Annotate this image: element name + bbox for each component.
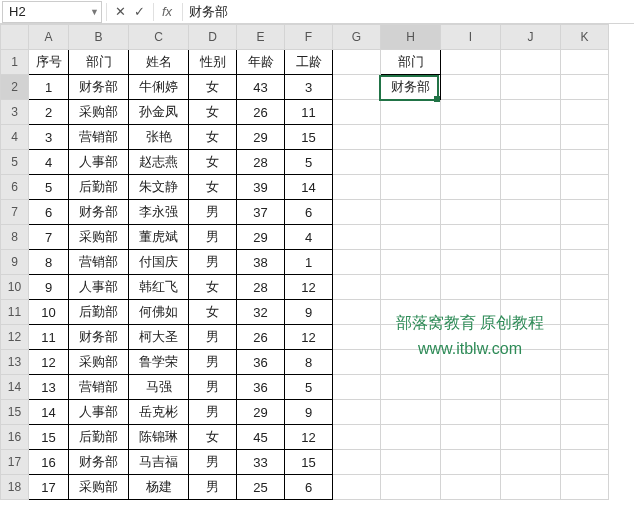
- cell-H3[interactable]: [381, 100, 441, 125]
- cell-B6[interactable]: 后勤部: [69, 175, 129, 200]
- cell-K8[interactable]: [561, 225, 609, 250]
- cell-C14[interactable]: 马强: [129, 375, 189, 400]
- cell-G9[interactable]: [333, 250, 381, 275]
- cell-K17[interactable]: [561, 450, 609, 475]
- cell-H18[interactable]: [381, 475, 441, 500]
- cell-K6[interactable]: [561, 175, 609, 200]
- row-header-7[interactable]: 7: [1, 200, 29, 225]
- cell-I1[interactable]: [441, 50, 501, 75]
- cell-A17[interactable]: 16: [29, 450, 69, 475]
- cell-H7[interactable]: [381, 200, 441, 225]
- cell-B2[interactable]: 财务部: [69, 75, 129, 100]
- col-header-K[interactable]: K: [561, 25, 609, 50]
- cell-G17[interactable]: [333, 450, 381, 475]
- cell-G15[interactable]: [333, 400, 381, 425]
- cell-J4[interactable]: [501, 125, 561, 150]
- cell-H6[interactable]: [381, 175, 441, 200]
- cell-F9[interactable]: 1: [285, 250, 333, 275]
- col-header-A[interactable]: A: [29, 25, 69, 50]
- cell-I6[interactable]: [441, 175, 501, 200]
- row-header-18[interactable]: 18: [1, 475, 29, 500]
- cell-A11[interactable]: 10: [29, 300, 69, 325]
- cell-D1[interactable]: 性别: [189, 50, 237, 75]
- cell-C3[interactable]: 孙金凤: [129, 100, 189, 125]
- cell-J7[interactable]: [501, 200, 561, 225]
- cell-K18[interactable]: [561, 475, 609, 500]
- cell-J14[interactable]: [501, 375, 561, 400]
- cell-D12[interactable]: 男: [189, 325, 237, 350]
- cell-H15[interactable]: [381, 400, 441, 425]
- col-header-D[interactable]: D: [189, 25, 237, 50]
- cell-F18[interactable]: 6: [285, 475, 333, 500]
- cell-H10[interactable]: [381, 275, 441, 300]
- cell-B8[interactable]: 采购部: [69, 225, 129, 250]
- row-header-15[interactable]: 15: [1, 400, 29, 425]
- row-header-6[interactable]: 6: [1, 175, 29, 200]
- cell-F5[interactable]: 5: [285, 150, 333, 175]
- cell-B4[interactable]: 营销部: [69, 125, 129, 150]
- cell-F2[interactable]: 3: [285, 75, 333, 100]
- cell-K2[interactable]: [561, 75, 609, 100]
- cell-D17[interactable]: 男: [189, 450, 237, 475]
- cell-I9[interactable]: [441, 250, 501, 275]
- cell-A3[interactable]: 2: [29, 100, 69, 125]
- row-header-8[interactable]: 8: [1, 225, 29, 250]
- cell-E14[interactable]: 36: [237, 375, 285, 400]
- spreadsheet-grid[interactable]: ABCDEFGHIJK1序号部门姓名性别年龄工龄部门21财务部牛俐婷女433财务…: [0, 24, 634, 500]
- cell-A15[interactable]: 14: [29, 400, 69, 425]
- cell-F11[interactable]: 9: [285, 300, 333, 325]
- cell-E8[interactable]: 29: [237, 225, 285, 250]
- cell-D5[interactable]: 女: [189, 150, 237, 175]
- cell-D16[interactable]: 女: [189, 425, 237, 450]
- formula-value[interactable]: 财务部: [185, 3, 634, 21]
- cell-B13[interactable]: 采购部: [69, 350, 129, 375]
- row-header-5[interactable]: 5: [1, 150, 29, 175]
- cell-G5[interactable]: [333, 150, 381, 175]
- cell-F8[interactable]: 4: [285, 225, 333, 250]
- row-header-11[interactable]: 11: [1, 300, 29, 325]
- cell-G18[interactable]: [333, 475, 381, 500]
- cell-D3[interactable]: 女: [189, 100, 237, 125]
- cell-E10[interactable]: 28: [237, 275, 285, 300]
- row-header-2[interactable]: 2: [1, 75, 29, 100]
- cell-J17[interactable]: [501, 450, 561, 475]
- cell-C5[interactable]: 赵志燕: [129, 150, 189, 175]
- cell-G4[interactable]: [333, 125, 381, 150]
- fx-icon[interactable]: fx: [162, 4, 172, 19]
- cell-F13[interactable]: 8: [285, 350, 333, 375]
- cell-E3[interactable]: 26: [237, 100, 285, 125]
- cell-H2[interactable]: 财务部: [381, 75, 441, 100]
- cell-H4[interactable]: [381, 125, 441, 150]
- cell-G7[interactable]: [333, 200, 381, 225]
- cell-H8[interactable]: [381, 225, 441, 250]
- cell-I4[interactable]: [441, 125, 501, 150]
- cell-H5[interactable]: [381, 150, 441, 175]
- cell-D18[interactable]: 男: [189, 475, 237, 500]
- cell-J18[interactable]: [501, 475, 561, 500]
- cell-F6[interactable]: 14: [285, 175, 333, 200]
- cell-B15[interactable]: 人事部: [69, 400, 129, 425]
- chevron-down-icon[interactable]: ▼: [90, 7, 99, 17]
- cell-C10[interactable]: 韩红飞: [129, 275, 189, 300]
- cell-D13[interactable]: 男: [189, 350, 237, 375]
- enter-icon[interactable]: ✓: [134, 4, 145, 19]
- cell-C13[interactable]: 鲁学荣: [129, 350, 189, 375]
- cell-A18[interactable]: 17: [29, 475, 69, 500]
- cell-A8[interactable]: 7: [29, 225, 69, 250]
- cell-F15[interactable]: 9: [285, 400, 333, 425]
- cell-J8[interactable]: [501, 225, 561, 250]
- cell-E12[interactable]: 26: [237, 325, 285, 350]
- cell-J2[interactable]: [501, 75, 561, 100]
- row-header-17[interactable]: 17: [1, 450, 29, 475]
- cell-B17[interactable]: 财务部: [69, 450, 129, 475]
- col-header-J[interactable]: J: [501, 25, 561, 50]
- cell-E6[interactable]: 39: [237, 175, 285, 200]
- row-header-3[interactable]: 3: [1, 100, 29, 125]
- row-header-12[interactable]: 12: [1, 325, 29, 350]
- cell-B7[interactable]: 财务部: [69, 200, 129, 225]
- cell-G2[interactable]: [333, 75, 381, 100]
- cell-F3[interactable]: 11: [285, 100, 333, 125]
- cell-D2[interactable]: 女: [189, 75, 237, 100]
- cell-H17[interactable]: [381, 450, 441, 475]
- cell-C18[interactable]: 杨建: [129, 475, 189, 500]
